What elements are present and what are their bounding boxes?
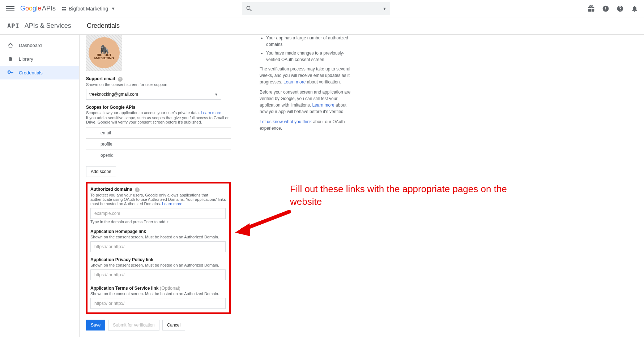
privacy-link-sub: Shown on the consent screen. Must be hos… — [90, 263, 226, 267]
help-icon[interactable] — [617, 5, 624, 12]
scope-row[interactable]: openid — [86, 150, 231, 161]
hamburger-menu[interactable] — [6, 4, 14, 13]
key-icon — [7, 69, 14, 76]
api-badge: API — [7, 22, 20, 30]
project-picker[interactable]: Bigfoot Marketing ▼ — [62, 6, 115, 12]
gcp-logo: Google APIs — [20, 5, 56, 12]
alert-icon[interactable] — [602, 5, 609, 12]
support-email-select[interactable]: treeknocking@gmail.com ▼ — [86, 89, 221, 100]
sidebar-item-library[interactable]: Library — [0, 52, 79, 66]
auth-domains-learn-link[interactable]: Learn more — [162, 202, 182, 206]
tos-link-sub: Shown on the consent screen. Must be hos… — [90, 291, 226, 296]
scope-row[interactable]: profile — [86, 139, 231, 150]
scope-list: email profile openid — [86, 127, 231, 161]
privacy-link-input[interactable] — [90, 269, 226, 280]
auth-domains-label: Authorized domains — [90, 187, 132, 192]
cancel-button[interactable]: Cancel — [162, 320, 185, 330]
scopes-label: Scopes for Google APIs — [86, 105, 231, 110]
scopes-sub2: If you add a sensitive scope, such as sc… — [86, 116, 231, 124]
chevron-down-icon: ▼ — [214, 92, 218, 96]
auth-domains-sub: To protect you and your users, Google on… — [90, 193, 226, 206]
scopes-sub1: Scopes allow your application to access … — [86, 111, 231, 115]
support-email-sub: Shown on the consent screen for user sup… — [86, 82, 231, 87]
auth-domains-input[interactable] — [90, 208, 226, 219]
submit-verification-button[interactable]: Submit for verification — [108, 320, 159, 330]
auth-domains-hint: Type in the domain and press Enter to ad… — [90, 220, 226, 224]
scope-row[interactable]: email — [86, 128, 231, 139]
search-box[interactable]: ▼ — [242, 2, 390, 15]
caret-down-icon: ▼ — [111, 6, 115, 11]
app-logo-preview: 🦍BIGFOOTMARKETING — [86, 35, 122, 71]
sidebar-item-dashboard[interactable]: Dashboard — [0, 38, 79, 52]
verification-learn-link[interactable]: Learn more — [283, 79, 306, 85]
homepage-link-sub: Shown on the consent screen. Must be hos… — [90, 235, 226, 239]
annotation-highlight-box: Authorized domains ? To protect you and … — [86, 182, 231, 314]
limitations-learn-link[interactable]: Learn more — [312, 103, 334, 108]
search-dropdown-icon[interactable]: ▼ — [383, 7, 387, 11]
library-icon — [7, 56, 14, 62]
help-icon[interactable]: ? — [135, 187, 140, 192]
annotation-text: Fill out these links with the appropriat… — [290, 183, 514, 208]
help-icon[interactable]: ? — [118, 77, 123, 82]
homepage-link-input[interactable] — [90, 241, 226, 252]
privacy-link-label: Application Privacy Policy link — [90, 257, 226, 262]
tos-link-input[interactable] — [90, 298, 226, 309]
sidebar-item-label: Dashboard — [19, 43, 42, 48]
gift-icon[interactable] — [588, 5, 595, 12]
sidebar-item-label: Library — [19, 56, 33, 62]
info-bullet: You have made changes to a previously-ve… — [266, 50, 354, 63]
bell-icon[interactable] — [631, 5, 638, 12]
add-scope-button[interactable]: Add scope — [86, 166, 116, 177]
project-name: Bigfoot Marketing — [69, 6, 108, 12]
sidebar: Dashboard Library Credentials — [0, 35, 80, 337]
sidebar-item-credentials[interactable]: Credentials — [0, 66, 79, 79]
page-title: Credentials — [87, 22, 120, 30]
search-icon — [246, 5, 253, 12]
info-bullet: Your app has a large number of authorize… — [266, 35, 354, 48]
svg-marker-1 — [235, 223, 250, 236]
support-email-value: treeknocking@gmail.com — [89, 92, 138, 97]
tos-optional: (Optional) — [160, 285, 180, 291]
tos-link-label: Application Terms of Service link — [90, 286, 160, 291]
annotation-arrow-icon — [231, 208, 293, 237]
homepage-link-label: Application Homepage link — [90, 229, 226, 234]
save-button[interactable]: Save — [86, 320, 105, 330]
dashboard-icon — [7, 42, 14, 48]
support-email-label: Support email — [86, 76, 115, 81]
section-name: APIs & Services — [25, 22, 71, 30]
sidebar-item-label: Credentials — [19, 70, 43, 75]
feedback-link[interactable]: Let us know what you think — [260, 119, 312, 124]
scopes-learn-link[interactable]: Learn more — [201, 111, 221, 115]
